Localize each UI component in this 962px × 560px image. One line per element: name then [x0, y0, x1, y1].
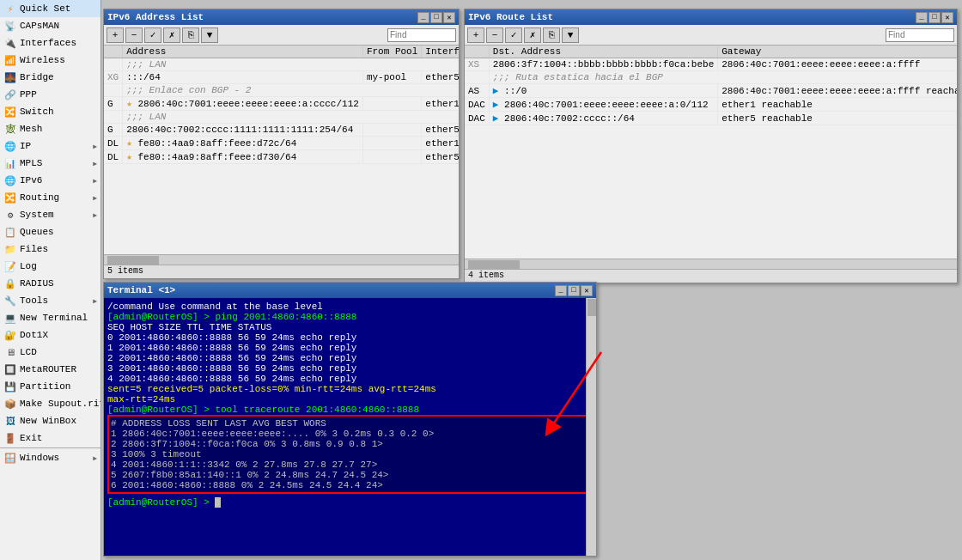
traceroute-row: 6 2001:4860:4860::8888 0% 2 24.5ms 24.5 …	[111, 480, 589, 490]
ipv6-address-list-minimize[interactable]: _	[417, 12, 429, 23]
enable-address-button[interactable]: ✓	[144, 27, 161, 43]
sidebar-item-quick-set[interactable]: ⚡ Quick Set	[0, 0, 100, 17]
sidebar-item-meta[interactable]: 🔲 MetaROUTER	[0, 361, 100, 378]
hscroll-thumb[interactable]	[107, 256, 159, 265]
add-address-button[interactable]: +	[107, 27, 124, 43]
route-hscroll-thumb[interactable]	[468, 260, 520, 269]
sidebar-label-ip: IP	[20, 141, 31, 151]
sidebar-item-interfaces[interactable]: 🔌 Interfaces	[0, 34, 100, 52]
ipv6-address-list-titlebar: IPv6 Address List _ □ ✕	[104, 9, 459, 25]
sidebar-item-makesup[interactable]: 📦 Make Supout.rif	[0, 395, 100, 412]
sidebar-item-new-terminal[interactable]: 💻 New Terminal	[0, 309, 100, 326]
table-row[interactable]: G 2806:40c:7002:cccc:1111:1111:1111:254/…	[104, 124, 459, 137]
sidebar-item-wireless[interactable]: 📶 Wireless	[0, 52, 100, 69]
filter-route-button[interactable]: ▼	[562, 27, 579, 43]
table-row[interactable]: DAC ▶ 2806:40c:7002:cccc::/64 ether5 rea…	[465, 112, 957, 125]
sidebar-item-ipv6[interactable]: 🌐 IPv6	[0, 172, 100, 189]
sidebar-label-new-terminal: New Terminal	[20, 313, 88, 323]
sidebar-item-routing[interactable]: 🔀 Routing	[0, 189, 100, 206]
term-line: 2 2001:4860:4860::8888 56 59 24ms echo r…	[107, 353, 593, 363]
row-address: :::/64	[123, 71, 363, 84]
sidebar-item-lcd[interactable]: 🖥 LCD	[0, 344, 100, 361]
sidebar-label-tools: Tools	[20, 295, 48, 306]
sidebar-item-queues[interactable]: 📋 Queues	[0, 223, 100, 240]
sidebar-item-log[interactable]: 📝 Log	[0, 258, 100, 275]
sidebar-item-capsman[interactable]: 📡 CAPsMAN	[0, 17, 100, 34]
sidebar-label-mpls: MPLS	[20, 158, 42, 168]
col-from-pool[interactable]: From Pool	[362, 46, 421, 58]
enable-route-button[interactable]: ✓	[505, 27, 522, 43]
terminal-vscroll-thumb[interactable]	[588, 299, 596, 316]
remove-route-button[interactable]: −	[486, 27, 503, 43]
ipv6-route-list-maximize[interactable]: □	[929, 12, 941, 23]
disable-route-button[interactable]: ✗	[524, 27, 541, 43]
traceroute-row: 2 2806:3f7:1004::f0ca:f0ca 0% 3 0.8ms 0.…	[111, 439, 589, 449]
sidebar-item-system[interactable]: ⚙ System	[0, 206, 100, 223]
col-flags	[104, 46, 123, 58]
traceroute-col-header: # ADDRESS LOSS SENT LAST AVG BEST WORS	[111, 418, 589, 429]
ipv6-address-list-maximize[interactable]: □	[430, 12, 442, 23]
sidebar-label-wireless: Wireless	[20, 55, 65, 65]
sidebar-label-switch: Switch	[20, 107, 54, 117]
find-route-input[interactable]	[886, 28, 954, 42]
sidebar-item-radius[interactable]: 🔒 RADIUS	[0, 275, 100, 292]
table-row[interactable]: DAC ▶ 2806:40c:7001:eeee:eeee:eeee:a:0/1…	[465, 98, 957, 112]
row-pool	[362, 97, 421, 111]
row-flags: XS	[465, 58, 489, 71]
sidebar-label-log: Log	[20, 261, 37, 271]
col-interface[interactable]: Interface	[422, 46, 459, 58]
sidebar-item-newwin[interactable]: 🖼 New WinBox	[0, 412, 100, 429]
copy-address-button[interactable]: ⎘	[182, 27, 199, 43]
sidebar-item-mpls[interactable]: 📊 MPLS	[0, 155, 100, 172]
col-address[interactable]: Address	[123, 46, 363, 58]
add-route-button[interactable]: +	[467, 27, 484, 43]
ipv6-address-list-table: Address From Pool Interface ;;; LAN XG :…	[104, 46, 459, 164]
sidebar-item-files[interactable]: 📁 Files	[0, 240, 100, 258]
ipv6-icon: 🌐	[3, 173, 17, 187]
ipv6-route-list-table-scroll[interactable]: Dst. Address Gateway XS 2806:3f7:1004::b…	[465, 46, 957, 259]
filter-address-button[interactable]: ▼	[201, 27, 218, 43]
term-line: [admin@RouterOS] > tool traceroute 2001:…	[107, 405, 593, 415]
remove-address-button[interactable]: −	[125, 27, 143, 43]
sidebar-item-tools[interactable]: 🔧 Tools	[0, 292, 100, 309]
terminal-maximize[interactable]: □	[568, 285, 580, 296]
terminal-vscroll[interactable]	[586, 298, 596, 556]
row-iface: ether5	[422, 71, 459, 84]
ipv6-route-list-minimize[interactable]: _	[916, 12, 928, 23]
sidebar-item-partition[interactable]: 💾 Partition	[0, 378, 100, 395]
sidebar-item-switch[interactable]: 🔀 Switch	[0, 103, 100, 120]
ipv6-address-hscroll[interactable]	[104, 254, 459, 265]
ipv6-route-list-close[interactable]: ✕	[941, 12, 953, 23]
disable-address-button[interactable]: ✗	[163, 27, 180, 43]
wireless-icon: 📶	[3, 53, 17, 67]
terminal-minimize[interactable]: _	[555, 285, 567, 296]
sidebar-item-exit[interactable]: 🚪 Exit	[0, 429, 100, 447]
terminal-window: Terminal <1> _ □ ✕ /command Use command …	[103, 282, 597, 557]
table-row[interactable]: G ★ 2806:40c:7001:eeee:eeee:eeee:a:cccc/…	[104, 97, 459, 111]
terminal-close[interactable]: ✕	[581, 285, 593, 296]
col-gateway[interactable]: Gateway	[718, 46, 957, 58]
sidebar-item-windows[interactable]: 🪟 Windows	[0, 449, 100, 466]
table-row[interactable]: AS ▶ ::/0 2806:40c:7001:eeee:eeee:eeee:a…	[465, 84, 957, 98]
sidebar-item-dot1x[interactable]: 🔐 Dot1X	[0, 326, 100, 344]
table-row[interactable]: XS 2806:3f7:1004::bbbb:bbbb:bbbb:f0ca:be…	[465, 58, 957, 71]
copy-route-button[interactable]: ⎘	[543, 27, 560, 43]
terminal-body[interactable]: /command Use command at the base level […	[104, 298, 596, 556]
col-dst-address[interactable]: Dst. Address	[489, 46, 717, 58]
ipv6-route-hscroll[interactable]	[465, 259, 957, 269]
sidebar-label-interfaces: Interfaces	[20, 38, 76, 48]
table-row[interactable]: DL ★ fe80::4aa9:8aff:feee:d730/64 ether5	[104, 150, 459, 164]
table-row[interactable]: DL ★ fe80::4aa9:8aff:feee:d72c/64 ether1	[104, 137, 459, 150]
row-iface: ether1	[422, 97, 459, 111]
ipv6-address-list-table-scroll[interactable]: Address From Pool Interface ;;; LAN XG :…	[104, 46, 459, 254]
sidebar-item-mesh[interactable]: 🕸 Mesh	[0, 120, 100, 137]
table-row[interactable]: XG :::/64 my-pool ether5	[104, 71, 459, 84]
sidebar-item-ppp[interactable]: 🔗 PPP	[0, 86, 100, 103]
sidebar-item-ip[interactable]: 🌐 IP	[0, 137, 100, 155]
sidebar-item-bridge[interactable]: 🌉 Bridge	[0, 69, 100, 86]
col-route-flags	[465, 46, 489, 58]
term-prompt-end[interactable]: [admin@RouterOS] >	[107, 497, 593, 508]
ipv6-address-list-close[interactable]: ✕	[443, 12, 455, 23]
find-address-input[interactable]	[387, 28, 456, 42]
row-iface: ether5	[422, 150, 459, 164]
